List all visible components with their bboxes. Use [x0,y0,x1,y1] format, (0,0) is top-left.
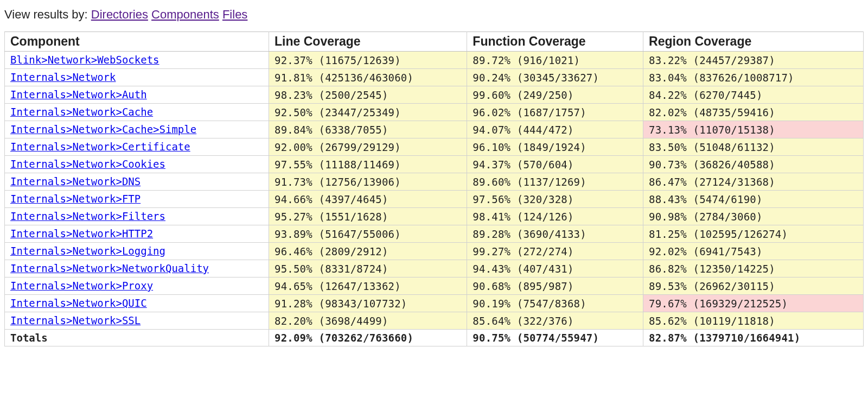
component-cell: Internals>Network>Auth [5,86,269,104]
metric-region: 81.25% (102595/126274) [643,225,864,243]
metric-function: 99.27% (272/274) [467,243,643,260]
component-link[interactable]: Internals>Network>Cookies [10,158,165,170]
metric-region: 82.02% (48735/59416) [643,104,864,121]
view-link-components[interactable]: Components [151,8,219,21]
component-cell: Internals>Network>Cache>Simple [5,121,269,138]
metric-function: 98.41% (124/126) [467,208,643,225]
metric-line: 95.50% (8331/8724) [269,260,467,277]
metric-region: 83.50% (51048/61132) [643,138,864,156]
component-link[interactable]: Internals>Network>QUIC [10,297,147,309]
table-row: Internals>Network>Logging96.46% (2809/29… [5,243,864,260]
metric-line: 91.81% (425136/463060) [269,69,467,86]
metric-line: 95.27% (1551/1628) [269,208,467,225]
component-cell: Internals>Network>QUIC [5,295,269,312]
metric-region: 86.47% (27124/31368) [643,173,864,191]
component-cell: Internals>Network>Proxy [5,277,269,295]
table-row: Internals>Network>Proxy94.65% (12647/133… [5,277,864,295]
component-link[interactable]: Internals>Network>Cache [10,106,153,118]
table-row: Internals>Network>Cache92.50% (23447/253… [5,104,864,121]
metric-function: 96.02% (1687/1757) [467,104,643,121]
metric-line: 94.65% (12647/13362) [269,277,467,295]
table-row: Internals>Network>HTTP293.89% (51647/550… [5,225,864,243]
metric-line: 96.46% (2809/2912) [269,243,467,260]
metric-region: 86.82% (12350/14225) [643,260,864,277]
metric-line: 92.00% (26799/29129) [269,138,467,156]
component-link[interactable]: Internals>Network>Proxy [10,280,153,292]
component-link[interactable]: Internals>Network>Auth [10,89,147,100]
view-results-by: View results by: Directories Components … [4,8,864,22]
table-row: Internals>Network>Cache>Simple89.84% (63… [5,121,864,138]
component-cell: Internals>Network>Cache [5,104,269,121]
component-link[interactable]: Internals>Network>DNS [10,175,141,187]
table-row: Internals>Network>Cookies97.55% (11188/1… [5,156,864,173]
table-row: Blink>Network>WebSockets92.37% (11675/12… [5,52,864,69]
metric-function: 97.56% (320/328) [467,191,643,208]
component-cell: Internals>Network [5,69,269,86]
component-link[interactable]: Internals>Network>HTTP2 [10,228,153,239]
metric-function: 94.07% (444/472) [467,121,643,138]
metric-function: 89.72% (916/1021) [467,52,643,69]
metric-line: 92.50% (23447/25349) [269,104,467,121]
metric-function: 85.64% (322/376) [467,312,643,330]
metric-region: 73.13% (11070/15138) [643,121,864,138]
metric-line: 93.89% (51647/55006) [269,225,467,243]
metric-function: 94.43% (407/431) [467,260,643,277]
metric-function: 94.37% (570/604) [467,156,643,173]
metric-region: 89.53% (26962/30115) [643,277,864,295]
metric-region: 88.43% (5474/6190) [643,191,864,208]
th-function: Function Coverage [467,32,643,52]
metric-region: 92.02% (6941/7543) [643,243,864,260]
totals-row: Totals92.09% (703262/763660)90.75% (5077… [5,330,864,346]
table-row: Internals>Network>DNS91.73% (12756/13906… [5,173,864,191]
view-link-directories[interactable]: Directories [91,8,148,21]
metric-line: 89.84% (6338/7055) [269,121,467,138]
component-link[interactable]: Internals>Network>Certificate [10,141,190,153]
totals-function: 90.75% (50774/55947) [467,330,643,346]
component-cell: Internals>Network>DNS [5,173,269,191]
table-row: Internals>Network>Auth98.23% (2500/2545)… [5,86,864,104]
metric-line: 82.20% (3698/4499) [269,312,467,330]
table-row: Internals>Network>Certificate92.00% (267… [5,138,864,156]
component-link[interactable]: Internals>Network [10,71,116,83]
metric-region: 85.62% (10119/11818) [643,312,864,330]
table-row: Internals>Network91.81% (425136/463060)9… [5,69,864,86]
component-cell: Internals>Network>SSL [5,312,269,330]
table-row: Internals>Network>QUIC91.28% (98343/1077… [5,295,864,312]
metric-region: 90.73% (36826/40588) [643,156,864,173]
metric-function: 89.28% (3690/4133) [467,225,643,243]
metric-line: 92.37% (11675/12639) [269,52,467,69]
metric-function: 90.68% (895/987) [467,277,643,295]
component-link[interactable]: Internals>Network>NetworkQuality [10,262,209,274]
component-link[interactable]: Internals>Network>Cache>Simple [10,123,196,135]
component-cell: Internals>Network>Cookies [5,156,269,173]
totals-line: 92.09% (703262/763660) [269,330,467,346]
component-cell: Internals>Network>Logging [5,243,269,260]
metric-line: 94.66% (4397/4645) [269,191,467,208]
totals-region: 82.87% (1379710/1664941) [643,330,864,346]
table-row: Internals>Network>Filters95.27% (1551/16… [5,208,864,225]
totals-label: Totals [5,330,269,346]
component-link[interactable]: Blink>Network>WebSockets [10,54,159,66]
view-link-files[interactable]: Files [222,8,247,21]
metric-function: 96.10% (1849/1924) [467,138,643,156]
component-link[interactable]: Internals>Network>Logging [10,245,165,257]
metric-region: 83.04% (837626/1008717) [643,69,864,86]
metric-region: 84.22% (6270/7445) [643,86,864,104]
metric-function: 90.24% (30345/33627) [467,69,643,86]
component-cell: Internals>Network>HTTP2 [5,225,269,243]
metric-function: 90.19% (7547/8368) [467,295,643,312]
table-header-row: Component Line Coverage Function Coverag… [5,32,864,52]
table-row: Internals>Network>FTP94.66% (4397/4645)9… [5,191,864,208]
component-link[interactable]: Internals>Network>Filters [10,210,165,222]
metric-line: 98.23% (2500/2545) [269,86,467,104]
metric-region: 83.22% (24457/29387) [643,52,864,69]
th-line: Line Coverage [269,32,467,52]
component-link[interactable]: Internals>Network>SSL [10,314,141,326]
metric-function: 89.60% (1137/1269) [467,173,643,191]
component-cell: Internals>Network>FTP [5,191,269,208]
component-cell: Blink>Network>WebSockets [5,52,269,69]
component-link[interactable]: Internals>Network>FTP [10,193,141,205]
th-component: Component [5,32,269,52]
table-row: Internals>Network>SSL82.20% (3698/4499)8… [5,312,864,330]
metric-line: 97.55% (11188/11469) [269,156,467,173]
